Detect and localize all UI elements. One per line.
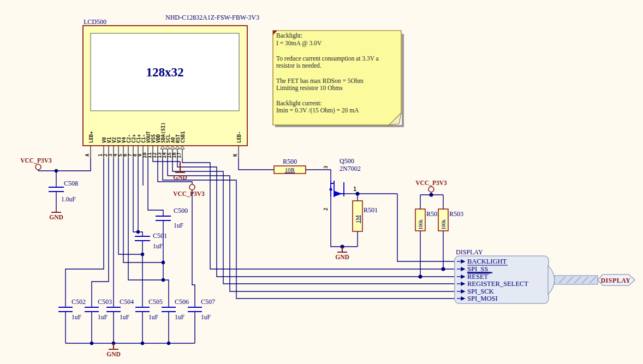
capacitor-c508[interactable]: C508 1.0uF <box>49 180 78 202</box>
vcc-port-right[interactable]: VCC_P3V3 <box>415 180 447 192</box>
harness-cable[interactable] <box>555 276 598 284</box>
display-connector[interactable]: DISPLAY <box>598 275 635 285</box>
svg-text:LED+: LED+ <box>88 131 94 143</box>
svg-text:LED-: LED- <box>236 131 242 143</box>
svg-text:C506: C506 <box>175 298 189 306</box>
svg-text:1: 1 <box>353 186 356 192</box>
svg-text:GND: GND <box>106 351 121 357</box>
mosfet-gate-arrow <box>335 191 342 196</box>
capacitor-c506[interactable]: C506 1uF <box>162 298 189 320</box>
svg-text:GND: GND <box>335 254 349 260</box>
svg-text:VCC_P3V3: VCC_P3V3 <box>415 180 447 186</box>
gnd-port-fet[interactable]: GND <box>335 247 349 260</box>
pin-direction-arrows <box>160 146 184 149</box>
capacitor-c502[interactable]: C502 1uF <box>58 298 86 320</box>
note-shadow-right <box>402 34 404 126</box>
svg-text:1.0uF: 1.0uF <box>61 196 76 202</box>
schematic-sheet: 128x32 LCD500 NHD-C12832A1Z-FSW-FBW-3V3 … <box>0 0 643 364</box>
svg-text:SPI_SCK: SPI_SCK <box>467 288 494 295</box>
svg-text:10R: 10R <box>285 166 295 173</box>
harness-funnel <box>548 266 555 294</box>
svg-text:I = 30mA @ 3.0V: I = 30mA @ 3.0V <box>276 40 322 47</box>
svg-text:The FET has max RDSon = 5Ohm: The FET has max RDSon = 5Ohm <box>276 77 364 84</box>
svg-text:C502: C502 <box>72 298 86 306</box>
svg-text:100k: 100k <box>441 219 446 230</box>
svg-text:C504: C504 <box>120 298 134 306</box>
display-harness[interactable]: DISPLAY BACKLIGHT SPI_SS RESET REGISTER_… <box>295 248 555 303</box>
svg-text:3: 3 <box>323 166 329 169</box>
svg-text:R503: R503 <box>449 210 463 218</box>
svg-text:C501: C501 <box>153 232 167 240</box>
lcd-part-number[interactable]: NHD-C12832A1Z-FSW-FBW-3V3 <box>165 14 259 21</box>
backlight-note[interactable]: Backlight: I = 30mA @ 3.0V To reduce cur… <box>273 31 404 127</box>
svg-text:100k: 100k <box>418 219 424 230</box>
svg-text:Backlight current:: Backlight current: <box>276 100 322 107</box>
svg-text:1uF: 1uF <box>201 314 211 320</box>
svg-text:C507: C507 <box>201 298 215 306</box>
svg-text:1uF: 1uF <box>153 243 163 249</box>
svg-text:17: 17 <box>176 152 182 158</box>
capacitor-c501[interactable]: C501 1uF <box>135 232 167 249</box>
svg-text:R500: R500 <box>283 158 297 165</box>
resistor-r501[interactable]: R501 1M <box>353 201 378 231</box>
svg-text:VCC_P3V3: VCC_P3V3 <box>173 190 205 197</box>
svg-text:2N7002: 2N7002 <box>340 165 361 172</box>
svg-text:1uF: 1uF <box>175 314 184 320</box>
svg-text:SPI_MOSI: SPI_MOSI <box>467 295 498 302</box>
svg-text:Q500: Q500 <box>340 157 354 165</box>
svg-text:1uF: 1uF <box>72 314 81 320</box>
vcc-port-left[interactable]: VCC_P3V3 <box>20 157 52 170</box>
svg-text:A: A <box>85 153 90 157</box>
svg-text:C500: C500 <box>174 207 188 214</box>
svg-text:Limiting resistor 10 Ohms: Limiting resistor 10 Ohms <box>276 85 343 92</box>
svg-text:1M: 1M <box>355 215 361 223</box>
lcd-screen-text: 128x32 <box>146 65 184 79</box>
svg-text:1uF: 1uF <box>98 314 108 320</box>
svg-text:C508: C508 <box>64 180 78 187</box>
mosfet-body-diode-arrow <box>329 186 332 190</box>
vcc-port-vdd[interactable]: VCC_P3V3 <box>173 184 205 197</box>
svg-text:resistor is needed.: resistor is needed. <box>276 62 322 69</box>
svg-text:C503: C503 <box>98 298 112 306</box>
capacitor-c505[interactable]: C505 1uF <box>135 298 163 320</box>
capacitor-c503[interactable]: C503 1uF <box>85 298 112 320</box>
harness-title: DISPLAY <box>456 248 483 256</box>
svg-text:R501: R501 <box>364 206 378 214</box>
svg-text:GND: GND <box>49 214 63 220</box>
lcd-pin-numbers: A 1 2 3 4 5 6 7 8 9 10 11 12 13 14 15 16… <box>85 152 238 158</box>
display-connector-label: DISPLAY <box>600 277 630 284</box>
svg-text:GND: GND <box>173 174 187 181</box>
lcd-component[interactable]: 128x32 LCD500 NHD-C12832A1Z-FSW-FBW-3V3 … <box>83 14 259 158</box>
svg-text:To reduce current consumption: To reduce current consumption at 3.3V a <box>276 55 379 62</box>
svg-text:1uF: 1uF <box>148 314 158 320</box>
lcd-designator[interactable]: LCD500 <box>84 18 106 26</box>
svg-text:Backlight:: Backlight: <box>276 32 302 39</box>
svg-text:Imin = 0.3V /(15 Ohm) = 20 mA: Imin = 0.3V /(15 Ohm) = 20 mA <box>276 107 359 114</box>
gnd-port-c508[interactable]: GND <box>49 211 63 220</box>
svg-text:2: 2 <box>323 208 329 211</box>
svg-text:K: K <box>233 153 238 157</box>
svg-text:C505: C505 <box>148 298 163 306</box>
svg-text:1uF: 1uF <box>174 222 183 229</box>
svg-text:1uF: 1uF <box>120 314 129 320</box>
resistor-r502[interactable]: R502 100k <box>415 209 440 231</box>
svg-text:REGISTER_SELECT: REGISTER_SELECT <box>467 280 528 288</box>
svg-text:VCC_P3V3: VCC_P3V3 <box>20 157 52 164</box>
resistor-r500[interactable]: R500 10R <box>274 158 306 174</box>
resistor-r503[interactable]: R503 100k <box>438 209 463 231</box>
svg-text:CSB1: CSB1 <box>180 131 186 143</box>
junction-dots <box>55 169 445 345</box>
gnd-port-rail[interactable]: GND <box>106 343 121 357</box>
svg-text:BACKLIGHT: BACKLIGHT <box>467 258 507 265</box>
capacitor-c507[interactable]: C507 1uF <box>188 298 215 320</box>
